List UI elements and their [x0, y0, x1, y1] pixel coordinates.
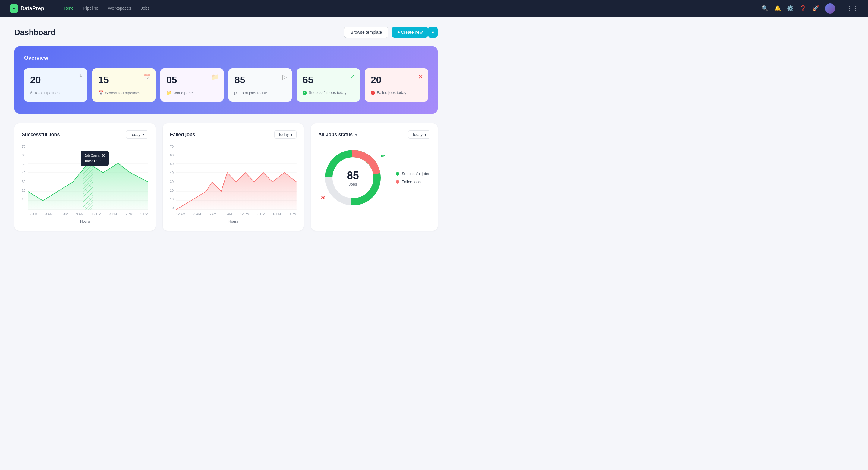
nav-links: Home Pipeline Workspaces Jobs: [62, 4, 749, 12]
successful-jobs-chart-area: 70 60 50 40 30 20 10 0 Job Count: 50 Tim…: [22, 145, 148, 217]
donut-label-65: 65: [381, 154, 385, 158]
all-jobs-chart-card: All Jobs status ▾ Today ▾: [311, 123, 438, 231]
legend-green-dot: [396, 172, 399, 176]
stat-workspace: 📁 05 📁 Workspace: [160, 68, 224, 101]
page-title: Dashboard: [14, 28, 56, 37]
failed-jobs-chart-card: Failed jobs Today ▾ 70 60 50 40 30 20 10…: [163, 123, 304, 231]
failed-dot-icon: [371, 91, 375, 95]
failed-jobs-dropdown[interactable]: Today ▾: [274, 130, 297, 138]
logo-icon: ✦: [10, 4, 18, 13]
create-new-dropdown-arrow[interactable]: ▾: [428, 27, 438, 38]
charts-row: Successful Jobs Today ▾ 70 60 50 40 30 2…: [14, 123, 438, 231]
main-content: Dashboard Browse template + Create new ▾…: [0, 17, 452, 241]
nav-pipeline[interactable]: Pipeline: [83, 4, 98, 12]
donut-wrapper: 85 Jobs 20 65 Successful jobs Failed job…: [318, 145, 430, 211]
legend-successful: Successful jobs: [396, 171, 429, 176]
stat-scheduled-pipelines: 📅 15 📅 Scheduled pipelines: [92, 68, 156, 101]
help-icon[interactable]: ❓: [800, 5, 806, 12]
stats-grid: ⑃ 20 ⑃ Total Pipelines 📅 15 📅 Scheduled …: [24, 68, 428, 101]
check-icon-top: ✓: [350, 73, 355, 81]
avatar[interactable]: [825, 3, 835, 13]
successful-jobs-dropdown[interactable]: Today ▾: [126, 130, 148, 138]
successful-x-label: Hours: [22, 219, 148, 224]
stat-number-pipelines: 20: [30, 74, 82, 86]
stat-label-failed: Failed jobs today: [371, 90, 422, 95]
all-jobs-chart-header: All Jobs status ▾ Today ▾: [318, 130, 430, 138]
stat-total-jobs: ▷ 85 ▷ Total jobs today: [228, 68, 292, 101]
all-jobs-dropdown[interactable]: Today ▾: [408, 130, 430, 138]
rocket-icon[interactable]: 🚀: [812, 5, 819, 12]
stat-label-total-jobs: ▷ Total jobs today: [235, 90, 286, 95]
failed-jobs-chart-header: Failed jobs Today ▾: [170, 130, 297, 138]
donut-chart: 85 Jobs 20 65: [320, 145, 386, 211]
pipeline-label-icon: ⑃: [30, 90, 33, 95]
stat-label-scheduled: 📅 Scheduled pipelines: [98, 90, 150, 95]
failed-x-axis: 12 AM3 AM6 AM9 AM12 PM3 PM6 PM9 PM: [176, 212, 297, 216]
successful-jobs-chart-title: Successful Jobs: [22, 132, 60, 137]
success-dot-icon: [303, 91, 307, 95]
folder-icon-top: 📁: [211, 73, 219, 81]
pipeline-icon: ⑃: [79, 73, 83, 80]
nav-right: 🔍 🔔 ⚙️ ❓ 🚀 ⋮⋮⋮: [762, 3, 858, 13]
stat-label-pipelines: ⑃ Total Pipelines: [30, 90, 82, 95]
legend-failed: Failed jobs: [396, 180, 429, 184]
stat-number-scheduled: 15: [98, 74, 150, 86]
donut-center-label: Jobs: [347, 182, 359, 187]
page-header: Dashboard Browse template + Create new ▾: [14, 27, 438, 38]
stat-successful-jobs: ✓ 65 Successful jobs today: [297, 68, 360, 101]
failed-jobs-chart-area: 70 60 50 40 30 20 10 0: [170, 145, 297, 217]
successful-jobs-chart-header: Successful Jobs Today ▾: [22, 130, 148, 138]
folder-icon: 📁: [166, 90, 172, 95]
overview-title: Overview: [24, 55, 428, 61]
header-actions: Browse template + Create new ▾: [344, 27, 438, 38]
create-new-button-group: + Create new ▾: [392, 27, 438, 38]
all-jobs-dropdown-chevron: ▾: [424, 132, 427, 137]
play-icon: ▷: [235, 90, 238, 95]
stat-failed-jobs: ✕ 20 Failed jobs today: [365, 68, 428, 101]
grid-icon[interactable]: ⋮⋮⋮: [841, 5, 858, 12]
browse-template-button[interactable]: Browse template: [344, 27, 388, 38]
successful-jobs-svg: [28, 145, 148, 210]
successful-jobs-chart-card: Successful Jobs Today ▾ 70 60 50 40 30 2…: [14, 123, 156, 231]
failed-jobs-chart-title: Failed jobs: [170, 132, 195, 137]
stat-label-workspace: 📁 Workspace: [166, 90, 218, 95]
stat-number-workspace: 05: [166, 74, 218, 86]
donut-center: 85 Jobs: [347, 169, 359, 187]
navbar: ✦ DataPrep Home Pipeline Workspaces Jobs…: [0, 0, 868, 17]
stat-number-successful: 65: [303, 74, 354, 86]
stat-number-failed: 20: [371, 74, 422, 86]
all-jobs-chevron[interactable]: ▾: [355, 132, 357, 137]
app-logo[interactable]: ✦ DataPrep: [10, 4, 44, 13]
failed-x-label: Hours: [170, 219, 297, 224]
all-jobs-chart-title: All Jobs status: [318, 132, 352, 137]
stat-label-successful: Successful jobs today: [303, 90, 354, 95]
failed-jobs-svg: [176, 145, 297, 210]
calendar-icon: 📅: [98, 90, 103, 95]
stat-total-pipelines: ⑃ 20 ⑃ Total Pipelines: [24, 68, 87, 101]
bell-icon[interactable]: 🔔: [774, 5, 781, 12]
play-icon-top: ▷: [282, 73, 287, 81]
calendar-icon-top: 📅: [143, 73, 151, 81]
logo-text: DataPrep: [21, 5, 44, 12]
svg-point-9: [87, 162, 89, 164]
legend-red-dot: [396, 180, 399, 184]
successful-x-axis: 12 AM3 AM6 AM9 AM12 PM3 PM6 PM9 PM: [28, 212, 148, 216]
create-new-button[interactable]: + Create new: [392, 27, 428, 38]
dropdown-chevron: ▾: [142, 132, 144, 137]
donut-label-20: 20: [321, 195, 325, 200]
nav-workspaces[interactable]: Workspaces: [108, 4, 131, 12]
search-icon[interactable]: 🔍: [762, 5, 768, 12]
stat-number-total-jobs: 85: [235, 74, 286, 86]
nav-home[interactable]: Home: [62, 4, 73, 12]
donut-legend: Successful jobs Failed jobs: [396, 171, 429, 184]
overview-panel: Overview ⑃ 20 ⑃ Total Pipelines 📅 15 📅 S…: [14, 46, 438, 114]
nav-jobs[interactable]: Jobs: [141, 4, 150, 12]
x-icon-top: ✕: [418, 73, 423, 81]
dropdown-chevron-failed: ▾: [290, 132, 293, 137]
donut-center-number: 85: [347, 169, 359, 182]
gear-icon[interactable]: ⚙️: [787, 5, 794, 12]
